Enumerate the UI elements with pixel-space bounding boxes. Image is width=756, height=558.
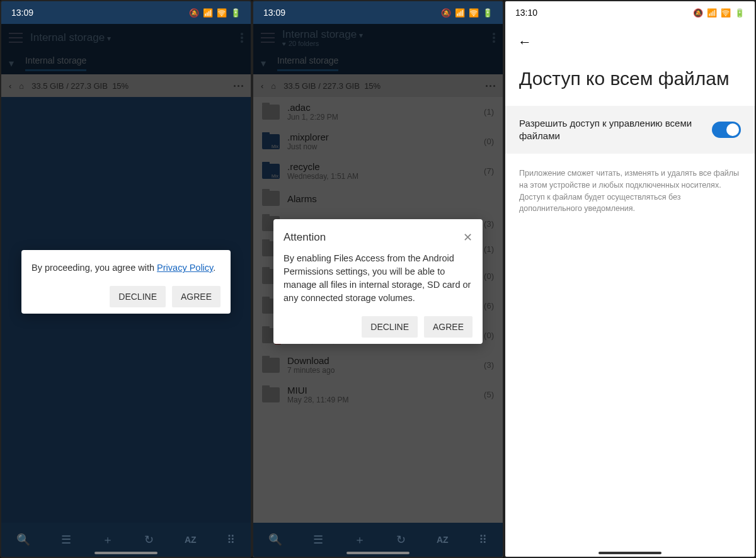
attention-dialog: Attention ✕ By enabling Files Access fro…: [273, 219, 483, 344]
status-icons: 🔕📶🛜🔋: [441, 8, 493, 18]
dialog-title: Attention: [284, 231, 326, 244]
privacy-policy-link[interactable]: Privacy Policy: [157, 263, 213, 273]
status-time: 13:09: [263, 8, 285, 18]
home-indicator[interactable]: [346, 552, 410, 554]
status-bar: 13:10 🔕📶🛜🔋: [505, 1, 755, 24]
decline-button[interactable]: DECLINE: [110, 286, 166, 307]
page-title: Доступ ко всем файлам: [505, 55, 755, 106]
close-icon[interactable]: ✕: [463, 231, 472, 244]
status-bar: 13:09 🔕📶🛜🔋: [253, 1, 503, 24]
agree-button[interactable]: AGREE: [172, 286, 220, 307]
status-icons: 🔕📶🛜🔋: [189, 8, 241, 18]
permission-label: Разрешить доступ к управлению всеми файл…: [519, 117, 702, 143]
status-icons: 🔕📶🛜🔋: [693, 8, 745, 18]
agree-button[interactable]: AGREE: [424, 316, 472, 338]
status-time: 13:09: [11, 8, 33, 18]
decline-button[interactable]: DECLINE: [362, 316, 418, 338]
dialog-body: By proceeding, you agree with Privacy Po…: [32, 261, 220, 275]
home-indicator[interactable]: [94, 552, 158, 554]
status-bar: 13:09 🔕📶🛜🔋: [1, 1, 251, 24]
back-arrow-icon[interactable]: ←: [518, 34, 532, 50]
status-time: 13:10: [515, 8, 537, 18]
permission-description: Приложение сможет читать, изменять и уда…: [505, 154, 755, 229]
privacy-dialog: By proceeding, you agree with Privacy Po…: [21, 250, 231, 314]
dialog-body: By enabling Files Access from the Androi…: [284, 252, 472, 305]
permission-toggle[interactable]: [712, 122, 741, 138]
permission-row[interactable]: Разрешить доступ к управлению всеми файл…: [505, 106, 755, 154]
home-indicator[interactable]: [598, 552, 662, 554]
